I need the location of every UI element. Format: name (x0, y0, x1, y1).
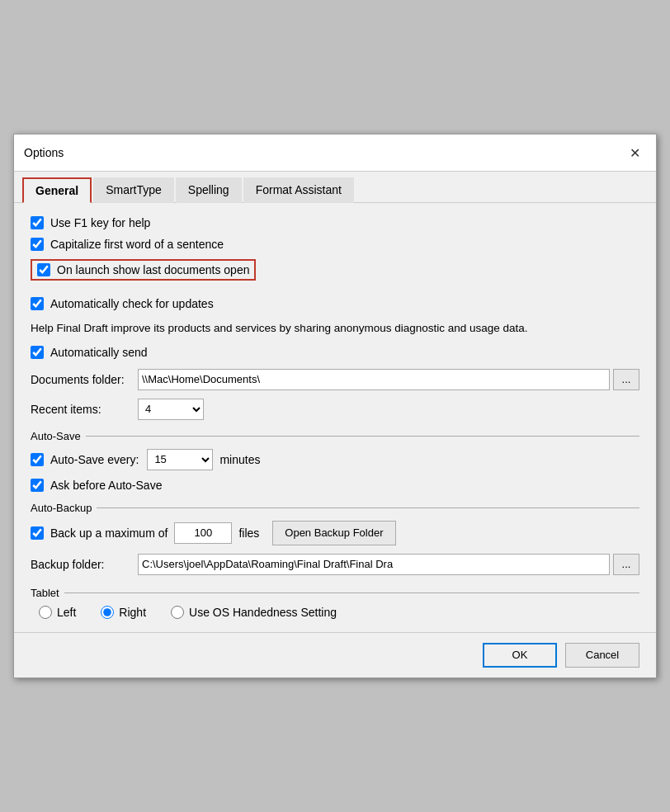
autosave-checkbox[interactable] (31, 453, 44, 466)
auto-send-row: Automatically send (31, 346, 639, 359)
tab-spelling[interactable]: Spelling (176, 177, 242, 203)
dialog-title: Options (24, 146, 64, 159)
open-backup-folder-button[interactable]: Open Backup Folder (272, 521, 395, 545)
autosave-unit: minutes (219, 453, 260, 466)
radio-os-input[interactable] (171, 606, 184, 619)
documents-folder-row: Documents folder: ... (31, 369, 639, 390)
footer: OK Cancel (14, 632, 656, 677)
use-f1-checkbox[interactable] (31, 216, 44, 229)
tablet-divider-line (64, 592, 639, 593)
ask-before-checkbox[interactable] (31, 479, 44, 492)
ask-before-row: Ask before Auto-Save (31, 479, 639, 492)
tab-bar: General SmartType Spelling Format Assist… (14, 172, 656, 203)
radio-left-input[interactable] (39, 606, 52, 619)
browse-button[interactable]: ... (613, 369, 639, 390)
auto-send-checkbox[interactable] (31, 346, 44, 359)
backup-files-unit: files (238, 526, 259, 540)
use-f1-label: Use F1 key for help (50, 216, 150, 229)
backup-max-checkbox[interactable] (31, 526, 44, 540)
checkbox-row-1: Use F1 key for help (31, 216, 639, 229)
capitalize-checkbox[interactable] (31, 238, 44, 251)
check-updates-checkbox[interactable] (31, 297, 44, 310)
backup-max-row: Back up a maximum of files Open Backup F… (31, 521, 639, 545)
ask-before-label: Ask before Auto-Save (50, 479, 162, 492)
checkbox-row-3-highlighted: On launch show last documents open (31, 259, 256, 281)
autobackup-section-label: Auto-Backup (31, 502, 92, 514)
autosave-row: Auto-Save every: 15 5 10 20 30 minutes (31, 449, 639, 470)
last-docs-label: On launch show last documents open (57, 263, 249, 276)
browse-backup-button[interactable]: ... (613, 554, 639, 575)
backup-max-label: Back up a maximum of (50, 526, 168, 540)
tablet-radio-group: Left Right Use OS Handedness Setting (39, 606, 639, 619)
autosave-divider: Auto-Save (31, 430, 639, 442)
recent-items-label: Recent items: (31, 403, 138, 416)
autobackup-divider: Auto-Backup (31, 502, 639, 514)
documents-folder-input[interactable] (138, 369, 610, 390)
documents-folder-label: Documents folder: (31, 373, 138, 386)
tab-format-assistant[interactable]: Format Assistant (243, 177, 354, 203)
backup-folder-input[interactable] (138, 554, 610, 575)
radio-right-label: Right (119, 606, 146, 619)
capitalize-label: Capitalize first word of a sentence (50, 238, 224, 251)
autosave-label: Auto-Save every: (50, 453, 139, 466)
content-area: Use F1 key for help Capitalize first wor… (14, 203, 656, 631)
auto-send-label: Automatically send (50, 346, 148, 359)
tab-general[interactable]: General (22, 177, 92, 203)
backup-folder-row: Backup folder: ... (31, 554, 639, 575)
last-docs-checkbox[interactable] (37, 263, 50, 276)
close-button[interactable]: ✕ (623, 141, 646, 164)
checkbox-row-2: Capitalize first word of a sentence (31, 238, 639, 251)
radio-os-label: Use OS Handedness Setting (189, 606, 337, 619)
title-bar: Options ✕ (14, 135, 656, 172)
recent-items-row: Recent items: 4 1 2 3 5 10 (31, 399, 639, 420)
recent-items-select[interactable]: 4 1 2 3 5 10 (138, 399, 204, 420)
autosave-divider-line (86, 436, 639, 437)
autobackup-divider-line (97, 508, 639, 508)
options-dialog: Options ✕ General SmartType Spelling For… (13, 134, 657, 677)
check-updates-label: Automatically check for updates (50, 297, 214, 310)
helper-text: Help Final Draft improve its products an… (31, 320, 639, 337)
radio-left-label: Left (57, 606, 76, 619)
ok-button[interactable]: OK (483, 643, 557, 668)
backup-folder-label: Backup folder: (31, 558, 138, 571)
radio-os[interactable]: Use OS Handedness Setting (171, 606, 337, 619)
autosave-section-label: Auto-Save (31, 430, 81, 442)
backup-max-input[interactable] (174, 522, 232, 544)
autosave-interval-select[interactable]: 15 5 10 20 30 (147, 449, 213, 470)
tab-smarttype[interactable]: SmartType (93, 177, 174, 203)
tablet-section-label: Tablet (31, 587, 59, 599)
checkbox-row-4: Automatically check for updates (31, 297, 639, 310)
radio-right[interactable]: Right (101, 606, 146, 619)
radio-right-input[interactable] (101, 606, 114, 619)
radio-left[interactable]: Left (39, 606, 76, 619)
cancel-button[interactable]: Cancel (565, 643, 639, 668)
tablet-divider: Tablet (31, 587, 639, 599)
